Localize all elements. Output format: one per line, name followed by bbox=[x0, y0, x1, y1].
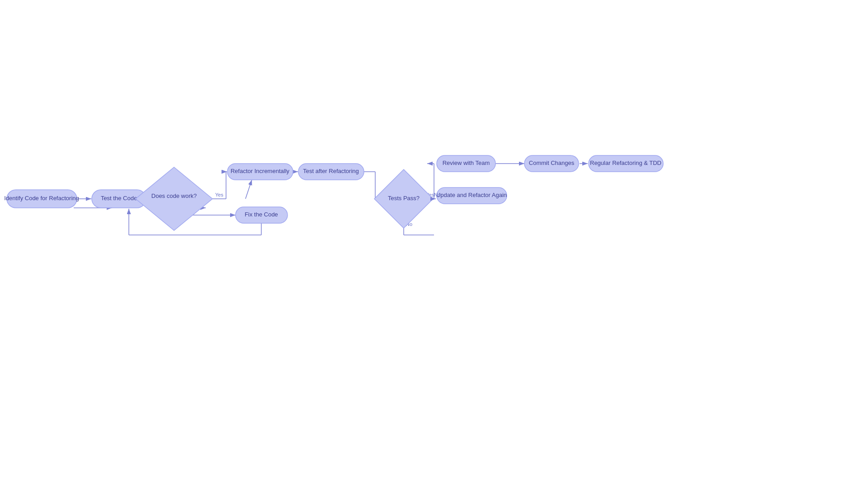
node-test-after-label: Test after Refactoring bbox=[303, 168, 359, 174]
label-no-2b: No bbox=[434, 192, 440, 197]
node-does-work-label: Does code work? bbox=[151, 192, 197, 199]
node-tests-pass-label: Tests Pass? bbox=[388, 195, 420, 202]
node-test-label: Test the Code bbox=[101, 195, 137, 202]
node-regular-label: Regular Refactoring & TDD bbox=[590, 160, 661, 166]
node-commit-label: Commit Changes bbox=[529, 160, 575, 166]
label-yes-1: Yes bbox=[215, 192, 223, 197]
node-identify-label: Identify Code for Refactoring bbox=[4, 195, 79, 202]
edge-doeswork-refactor-yes bbox=[245, 180, 252, 199]
node-review-label: Review with Team bbox=[443, 160, 490, 166]
node-fix-label: Fix the Code bbox=[245, 211, 278, 218]
flowchart-diagram: Yes No Yes No Identify Code for Refactor… bbox=[0, 0, 868, 488]
node-update-label: Update and Refactor Again bbox=[436, 192, 507, 198]
node-refactor-label: Refactor Incrementally bbox=[231, 168, 290, 174]
